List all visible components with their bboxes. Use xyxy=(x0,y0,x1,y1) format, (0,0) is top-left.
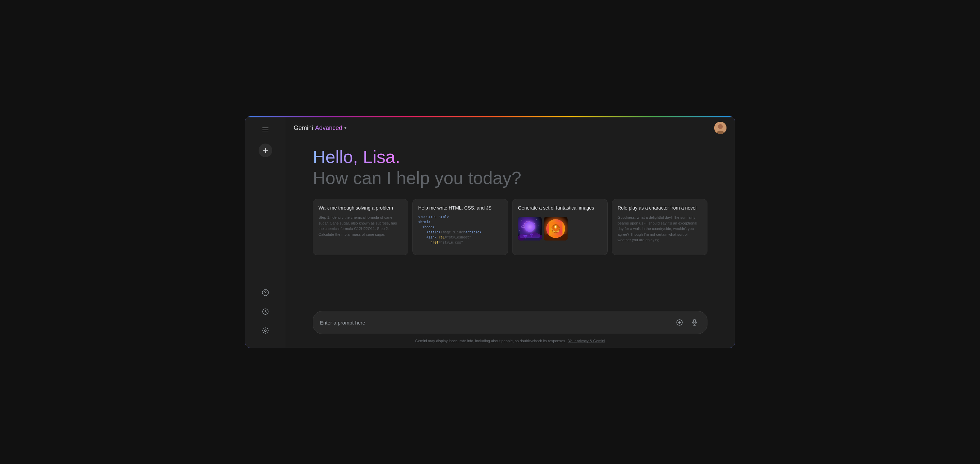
history-button[interactable] xyxy=(259,305,272,318)
microphone-icon xyxy=(691,319,698,326)
svg-point-5 xyxy=(718,124,723,129)
svg-point-28 xyxy=(559,235,563,236)
fantasy-image-1 xyxy=(518,217,542,240)
card-roleplay-title: Role play as a character from a novel xyxy=(617,205,702,211)
content-spacer xyxy=(285,255,735,307)
card-problem-title: Walk me through solving a problem xyxy=(318,205,402,211)
card-problem-solving[interactable]: Walk me through solving a problem Step 1… xyxy=(313,199,408,255)
svg-point-23 xyxy=(552,224,559,230)
plus-icon xyxy=(262,147,269,154)
svg-rect-20 xyxy=(531,234,532,237)
svg-point-17 xyxy=(523,235,527,237)
topbar: Gemini Advanced ▾ xyxy=(285,116,735,140)
svg-point-8 xyxy=(521,220,522,221)
app-window: Gemini Advanced ▾ Hello, Lisa. How can I… xyxy=(245,116,735,348)
add-attachment-button[interactable] xyxy=(674,317,685,328)
svg-point-3 xyxy=(264,330,266,332)
card-problem-preview: Step 1: Identify the chemical formula of… xyxy=(318,215,402,249)
disclaimer: Gemini may display inaccurate info, incl… xyxy=(285,337,735,348)
prompt-input[interactable] xyxy=(320,320,670,326)
fantasy-image-2 xyxy=(544,217,568,240)
card-html-css-js[interactable]: Help me write HTML, CSS, and JS <!DOCTYP… xyxy=(412,199,508,255)
svg-point-22 xyxy=(550,222,561,232)
avatar-face-icon xyxy=(714,122,727,134)
help-icon xyxy=(262,289,269,296)
card-fantastical-images[interactable]: Generate a set of fantastical images xyxy=(512,199,608,255)
input-area xyxy=(285,307,735,337)
greeting-subtext: How can I help you today? xyxy=(313,167,521,189)
card-roleplay-preview: Goodness, what a delightful day! The sun… xyxy=(617,215,702,249)
title-advanced-label: Advanced xyxy=(315,124,342,132)
svg-point-24 xyxy=(554,225,557,229)
svg-point-15 xyxy=(525,223,528,226)
fantasy-image-2-svg xyxy=(544,217,568,240)
input-wrapper xyxy=(313,311,708,334)
card-roleplay[interactable]: Role play as a character from a novel Go… xyxy=(612,199,708,255)
card-images-preview xyxy=(518,217,602,240)
privacy-link[interactable]: Your privacy & Gemini xyxy=(568,339,605,343)
add-circle-icon xyxy=(676,319,683,326)
svg-point-25 xyxy=(555,226,556,227)
suggestion-cards: Walk me through solving a problem Step 1… xyxy=(285,189,735,255)
settings-button[interactable] xyxy=(259,324,272,337)
new-chat-button[interactable] xyxy=(259,143,272,157)
svg-rect-18 xyxy=(525,236,526,238)
user-avatar[interactable] xyxy=(714,122,727,134)
sidebar xyxy=(245,116,285,348)
title-dropdown-arrow[interactable]: ▾ xyxy=(344,126,347,130)
card-html-title: Help me write HTML, CSS, and JS xyxy=(418,205,502,211)
svg-point-26 xyxy=(552,233,556,237)
avatar-image xyxy=(714,122,727,134)
svg-rect-29 xyxy=(560,235,561,237)
card-html-preview: <!DOCTYPE html> <html> <head> <title>Ima… xyxy=(418,215,502,249)
svg-point-12 xyxy=(535,234,535,234)
svg-point-9 xyxy=(536,219,537,220)
svg-point-14 xyxy=(524,221,532,229)
svg-point-19 xyxy=(530,234,533,235)
hero-section: Hello, Lisa. How can I help you today? xyxy=(285,140,735,189)
main-content: Gemini Advanced ▾ Hello, Lisa. How can I… xyxy=(285,116,735,348)
input-actions xyxy=(674,317,700,328)
settings-icon xyxy=(262,327,269,334)
sidebar-bottom xyxy=(259,286,272,341)
microphone-button[interactable] xyxy=(689,317,700,328)
svg-point-1 xyxy=(266,294,266,294)
disclaimer-text: Gemini may display inaccurate info, incl… xyxy=(415,339,566,343)
sidebar-top xyxy=(259,123,272,286)
hamburger-icon xyxy=(262,127,269,132)
svg-point-10 xyxy=(538,225,538,226)
help-button[interactable] xyxy=(259,286,272,299)
card-images-title: Generate a set of fantastical images xyxy=(518,205,602,211)
app-title: Gemini Advanced ▾ xyxy=(294,124,347,132)
svg-point-27 xyxy=(552,234,556,237)
svg-rect-31 xyxy=(694,319,695,323)
fantasy-image-1-svg xyxy=(518,217,542,240)
greeting-name: Hello, Lisa. xyxy=(313,146,400,167)
menu-button[interactable] xyxy=(259,123,272,137)
title-gemini-label: Gemini xyxy=(294,124,313,132)
history-icon xyxy=(262,308,269,315)
